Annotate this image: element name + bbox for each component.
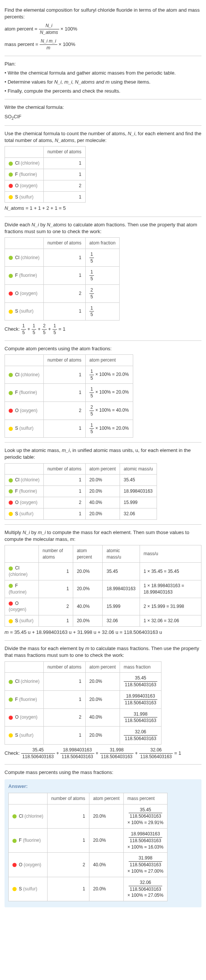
cell: 20.0% [85,673,120,691]
cell: 32.06118.506403163× 100% = 27.05% [123,877,167,901]
cell: 1 [38,581,73,598]
v: N_atoms [55,137,74,143]
t: ClF [14,114,21,119]
mass-percent-formula: mass percent = N_i m_im × 100% [5,38,201,51]
cell: 15 [85,302,119,320]
cell: 25 [85,285,119,303]
element-cell: S (sulfur) [5,616,39,627]
cell: 40.0% [85,497,120,508]
element-cell: F (fluorine) [5,486,44,497]
table-row: Cl (chlorine)120.0%35.45118.506403163 [5,673,161,691]
cell: 1 [43,420,85,438]
cell: 2 [43,401,85,420]
plan-b1: • Write the chemical formula and gather … [5,70,201,76]
cell: 2 [47,853,89,877]
atom-percent-formula: atom percent = N_iN_atoms × 100% [5,22,201,36]
table-row: O (oxygen)240.0%31.998118.506403163× 100… [9,853,168,877]
col-header: atomic mass/u [120,463,156,474]
cell: 2 [38,598,73,616]
v: m [85,646,89,651]
table-row: O (oxygen)225 [5,285,120,303]
answer-box: Answer: number of atomsatom percentmass … [5,779,201,908]
label: mass percent = [5,41,38,47]
masspct-heading: Compute mass percents using the mass fra… [5,769,201,776]
col-header: number of atoms [43,463,85,474]
cell: 20.0% [89,828,123,852]
v: N_i [22,530,30,535]
answer-label: Answer: [8,783,198,790]
element-cell: S (sulfur) [5,508,44,519]
col-header: mass fraction [120,661,161,673]
col-header: number of atoms [47,793,89,804]
cell: 20.0% [85,474,120,486]
col-header: number of atoms [38,545,73,563]
col-header: atom percent [85,355,133,366]
cell: 1 × 18.998403163 = 18.998403163 [140,581,201,598]
col-header: atom percent [85,463,120,474]
cell: 20.0% [89,804,123,828]
t: using these items. [109,79,150,85]
element-cell: S (sulfur) [9,877,48,901]
mult-heading: Multiply N_i by m_i to compute the mass … [5,529,201,543]
cell: 1 [43,727,85,745]
cell: 2 [43,285,85,303]
table-row: S (sulfur)120.0%32.06118.506403163× 100%… [9,877,168,901]
t: , per molecule: [74,137,106,143]
cell: 1 [43,486,85,497]
cell: 20.0% [85,508,120,519]
fraction: N_iN_atoms [39,22,59,36]
cell: 20.0% [89,877,123,901]
element-cell: Cl (chlorine) [5,563,39,581]
table-row: F (fluorine)120.0%18.998403163118.506403… [5,691,161,709]
table-row: Cl (chlorine)120.0%35.45 [5,474,157,486]
cell: 1 [38,563,73,581]
table-row: Cl (chlorine)120.0%35.451 × 35.45 = 35.4… [5,563,201,581]
cell: 40.0% [73,598,103,616]
plan-b2: • Determine values for N_i, m_i, N_atoms… [5,79,201,86]
col-header: mass/u [140,545,201,563]
element-cell: S (sulfur) [5,420,44,438]
v: N_i [32,222,39,228]
cell: 15.999 [103,598,140,616]
formula-heading: Write the chemical formula: [5,104,201,111]
element-cell: S (sulfur) [5,191,44,203]
cell: 20.0% [85,727,120,745]
cell: 31.998118.506403163× 100% = 27.00% [123,853,167,877]
col-header: number of atoms [43,661,85,673]
cell: 15 × 100% = 20.0% [85,366,133,384]
table-row: O (oxygen)225 × 100% = 40.0% [5,401,133,420]
table-row: Cl (chlorine)115 [5,248,120,267]
element-cell: F (fluorine) [5,581,39,598]
natoms-sum: N_atoms = 1 + 1 + 2 + 1 = 5 [5,205,201,212]
times100: × 100% [59,41,75,47]
t: Check: [5,326,21,332]
v: m [5,629,9,635]
cell: 40.0% [89,853,123,877]
col-header: mass percent [123,793,167,804]
cell: 18.998403163 [103,581,140,598]
cell: 1 [47,804,89,828]
den: N_atoms [40,30,58,35]
col-header: atom percent [85,661,120,673]
element-cell: S (sulfur) [5,302,44,320]
cell: 32.06 [120,508,156,519]
chemical-formula: SO2ClF [5,113,201,121]
cell: 20.0% [85,486,120,497]
element-cell: S (sulfur) [5,727,44,745]
num: N_i m_i [41,38,56,44]
frac-check: Check: 15 + 15 + 25 + 15 = 1 [5,323,201,336]
element-cell: Cl (chlorine) [5,248,44,267]
times100: × 100% [61,26,77,32]
cell: 35.45118.506403163 [120,673,161,691]
table-row: Cl (chlorine)115 × 100% = 20.0% [5,366,133,384]
t: • Determine values for [5,79,54,85]
cell: 18.998403163118.506403163 [120,691,161,709]
cell: 15.999 [120,497,156,508]
cell: 25 × 100% = 40.0% [85,401,133,420]
v: m_i [38,530,46,535]
element-cell: O (oxygen) [5,180,44,191]
col-header: number of atoms [43,146,85,158]
t: Multiply [5,530,22,535]
t: = 1 [173,750,181,756]
frac-heading: Divide each N_i by N_atoms to calculate … [5,221,201,235]
